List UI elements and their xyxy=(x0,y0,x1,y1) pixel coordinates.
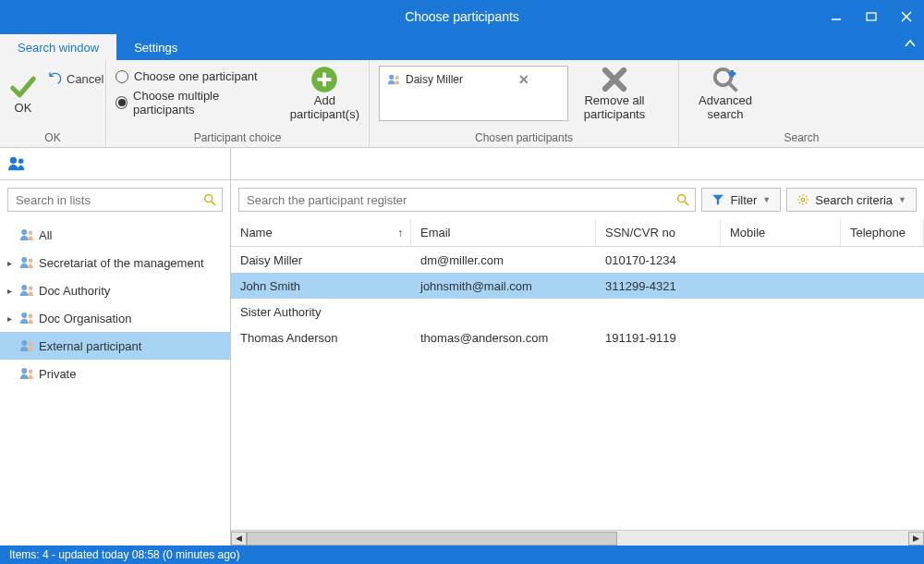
table: Name ↑ Email SSN/CVR no Mobile Telephone… xyxy=(231,219,924,546)
radio-icon xyxy=(116,96,128,109)
ribbon-tabstrip: Search window Settings xyxy=(0,32,924,60)
svg-point-24 xyxy=(29,287,33,291)
search-row: Filter ▼ Search criteria ▼ xyxy=(231,180,924,219)
scroll-left-button[interactable]: ◀ xyxy=(231,532,247,546)
tab-search-window[interactable]: Search window xyxy=(0,34,116,60)
sidebar-top xyxy=(0,148,230,180)
maximize-button[interactable] xyxy=(854,0,889,32)
sidebar-item[interactable]: All xyxy=(0,221,230,249)
people-icon xyxy=(18,228,37,241)
ok-button[interactable]: OK xyxy=(9,73,37,115)
people-icon xyxy=(18,367,37,380)
remove-chip-icon[interactable]: ✕ xyxy=(518,72,529,87)
column-header-telephone[interactable]: Telephone xyxy=(841,219,924,246)
sidebar-item[interactable]: ▸Secretariat of the management xyxy=(0,249,230,276)
column-header-ssn[interactable]: SSN/CVR no xyxy=(596,219,721,246)
filter-button[interactable]: Filter ▼ xyxy=(701,188,781,212)
horizontal-scrollbar[interactable]: ◀ ▶ xyxy=(231,530,924,546)
sidebar: All▸Secretariat of the management▸Doc Au… xyxy=(0,148,231,546)
add-participant-button[interactable]: Add participant(s) xyxy=(290,66,359,121)
svg-point-33 xyxy=(802,198,806,202)
window-title: Choose participants xyxy=(405,9,519,24)
ribbon-group-search: Advanced search Search xyxy=(679,60,924,147)
cancel-button[interactable]: Cancel xyxy=(48,71,103,86)
chevron-down-icon: ▼ xyxy=(762,195,771,204)
add-label-2: participant(s) xyxy=(290,107,359,121)
window-controls xyxy=(819,0,924,32)
expand-icon[interactable]: ▸ xyxy=(7,286,18,296)
register-search-wrap xyxy=(238,188,696,212)
main-top-spacer xyxy=(231,148,924,180)
scroll-track[interactable] xyxy=(247,532,908,546)
tab-settings[interactable]: Settings xyxy=(116,34,195,60)
svg-line-18 xyxy=(212,202,215,205)
magnifier-plus-icon xyxy=(711,66,739,93)
cell-ssn: 191191-9119 xyxy=(596,331,721,345)
table-body: Daisy Millerdm@miller.com010170-1234John… xyxy=(231,247,924,530)
sidebar-item[interactable]: ▸Doc Authority xyxy=(0,276,230,304)
svg-point-27 xyxy=(21,340,27,346)
cell-ssn: 010170-1234 xyxy=(596,253,721,267)
remove-all-button[interactable]: Remove all participants xyxy=(578,66,651,121)
svg-line-12 xyxy=(729,83,737,92)
close-button[interactable] xyxy=(889,0,924,32)
sidebar-item[interactable]: External participant xyxy=(0,332,230,360)
ribbon-group-ok: OK Cancel OK xyxy=(0,60,106,147)
svg-point-22 xyxy=(29,259,33,264)
cell-email: thomas@anderson.com xyxy=(411,331,596,345)
minimize-button[interactable] xyxy=(819,0,854,32)
cell-name: Thomas Anderson xyxy=(231,331,411,345)
criteria-label: Search criteria xyxy=(815,193,893,207)
svg-point-16 xyxy=(18,159,23,165)
svg-line-32 xyxy=(685,202,688,205)
search-icon[interactable] xyxy=(675,192,690,207)
funnel-icon xyxy=(711,193,724,206)
column-label: Mobile xyxy=(730,226,765,239)
collapse-ribbon-button[interactable] xyxy=(904,37,917,50)
search-lists-input[interactable] xyxy=(7,188,223,212)
chosen-participants-box[interactable]: Daisy Miller ✕ xyxy=(379,66,568,121)
sidebar-item-label: Doc Organisation xyxy=(39,312,131,325)
svg-point-23 xyxy=(21,285,27,290)
ribbon-group-chosen: Daisy Miller ✕ Remove all participants C… xyxy=(370,60,679,147)
sidebar-item-label: Secretariat of the management xyxy=(39,256,204,270)
svg-point-31 xyxy=(678,195,686,202)
column-header-name[interactable]: Name ↑ xyxy=(231,219,411,246)
svg-point-28 xyxy=(29,342,33,347)
column-label: Name xyxy=(240,226,273,239)
scroll-right-button[interactable]: ▶ xyxy=(908,532,924,546)
ok-label: OK xyxy=(15,101,32,115)
cell-ssn: 311299-4321 xyxy=(596,279,721,293)
status-bar: Items: 4 - updated today 08:58 (0 minute… xyxy=(0,546,924,564)
advanced-label-1: Advanced xyxy=(699,93,752,107)
radio-choose-multiple[interactable]: Choose multiple participants xyxy=(116,89,272,116)
scroll-thumb[interactable] xyxy=(247,532,617,546)
column-header-email[interactable]: Email xyxy=(411,219,596,246)
plus-circle-icon xyxy=(310,66,338,93)
table-row[interactable]: John Smithjohnsmith@mail.com311299-4321 xyxy=(231,273,924,299)
remove-label-1: Remove all xyxy=(584,93,644,107)
advanced-search-button[interactable]: Advanced search xyxy=(688,66,762,121)
filter-label: Filter xyxy=(730,193,757,207)
column-header-mobile[interactable]: Mobile xyxy=(721,219,841,246)
add-label-1: Add xyxy=(314,93,335,107)
chosen-chip-label: Daisy Miller xyxy=(406,73,463,86)
sidebar-item-label: Doc Authority xyxy=(39,284,110,298)
sidebar-item[interactable]: Private xyxy=(0,360,230,387)
table-row[interactable]: Thomas Andersonthomas@anderson.com191191… xyxy=(231,325,924,350)
search-icon[interactable] xyxy=(202,192,217,207)
ribbon-group-choice-label: Participant choice xyxy=(106,131,369,147)
sidebar-item[interactable]: ▸Doc Organisation xyxy=(0,304,230,332)
svg-point-29 xyxy=(21,368,27,374)
table-header: Name ↑ Email SSN/CVR no Mobile Telephone xyxy=(231,219,924,247)
expand-icon[interactable]: ▸ xyxy=(7,313,18,324)
table-row[interactable]: Daisy Millerdm@miller.com010170-1234 xyxy=(231,247,924,273)
register-search-input[interactable] xyxy=(238,188,696,212)
expand-icon[interactable]: ▸ xyxy=(7,258,18,268)
svg-point-17 xyxy=(205,195,213,202)
people-icon xyxy=(7,155,28,172)
column-label: Email xyxy=(420,226,451,239)
table-row[interactable]: Sister Authority xyxy=(231,299,924,325)
search-criteria-button[interactable]: Search criteria ▼ xyxy=(786,188,917,212)
radio-choose-one[interactable]: Choose one participant xyxy=(116,69,272,83)
